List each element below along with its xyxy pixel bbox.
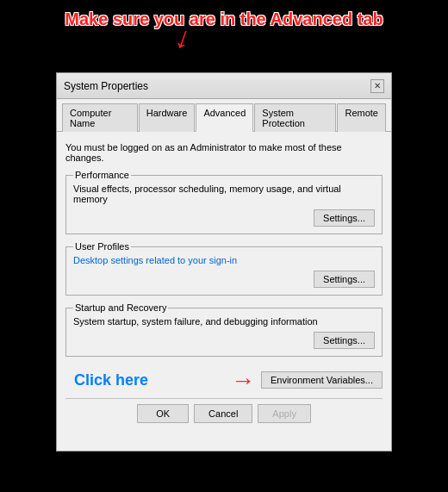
user-profiles-settings-button[interactable]: Settings...	[314, 271, 375, 288]
bottom-buttons: OK Cancel Apply	[65, 398, 383, 430]
startup-recovery-title: Startup and Recovery	[73, 302, 168, 313]
admin-notice: You must be logged on as an Administrato…	[65, 139, 383, 170]
click-here-label: Click here	[74, 371, 148, 389]
arrow-right-icon: →	[231, 367, 255, 395]
tab-bar: Computer Name Hardware Advanced System P…	[57, 99, 391, 132]
user-profiles-desc: Desktop settings related to your sign-in	[73, 255, 375, 265]
performance-desc: Visual effects, processor scheduling, me…	[73, 184, 375, 204]
env-variables-row: Click here → Environment Variables...	[65, 364, 383, 396]
tab-advanced[interactable]: Advanced	[196, 103, 253, 132]
performance-title: Performance	[73, 170, 131, 180]
system-properties-dialog: System Properties ✕ Computer Name Hardwa…	[56, 72, 392, 452]
apply-button[interactable]: Apply	[258, 404, 311, 423]
tab-hardware[interactable]: Hardware	[139, 103, 196, 132]
environment-variables-button[interactable]: Environment Variables...	[261, 371, 383, 389]
tab-computer-name[interactable]: Computer Name	[62, 103, 138, 132]
dialog-title: System Properties	[64, 80, 148, 92]
tab-remote[interactable]: Remote	[337, 103, 386, 132]
cancel-button[interactable]: Cancel	[194, 404, 252, 423]
performance-settings-button[interactable]: Settings...	[314, 209, 375, 227]
startup-recovery-section: Startup and Recovery System startup, sys…	[65, 302, 383, 357]
tab-system-protection[interactable]: System Protection	[254, 103, 336, 132]
user-profiles-section: User Profiles Desktop settings related t…	[65, 241, 383, 296]
startup-recovery-settings-button[interactable]: Settings...	[314, 332, 375, 349]
ok-button[interactable]: OK	[137, 404, 189, 423]
startup-recovery-desc: System startup, system failure, and debu…	[73, 316, 375, 327]
dialog-content: You must be logged on as an Administrato…	[57, 132, 391, 437]
user-profiles-title: User Profiles	[73, 241, 131, 252]
performance-section: Performance Visual effects, processor sc…	[65, 170, 383, 234]
